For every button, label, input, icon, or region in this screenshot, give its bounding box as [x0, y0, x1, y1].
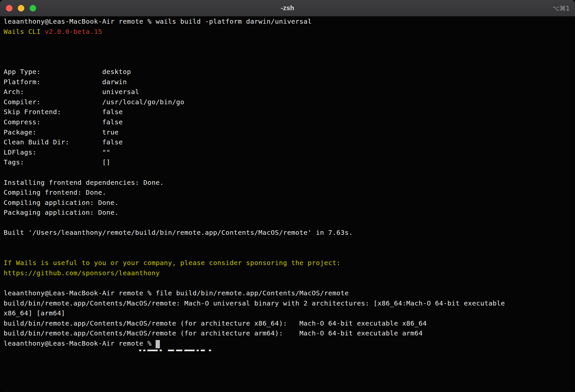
terminal-text-segment: leaanthony@Leas-MacBook-Air remote % wai…: [4, 17, 312, 25]
terminal-text-segment: Compiler: /usr/local/go/bin/go: [4, 98, 185, 106]
terminal-line: Package: true: [4, 127, 575, 137]
terminal-line: Built '/Users/leaanthony/remote/build/bi…: [4, 228, 575, 238]
terminal-window: -zsh ⌥⌘1 leaanthony@Leas-MacBook-Air rem…: [0, 0, 575, 392]
terminal-line: [4, 278, 575, 288]
terminal-text-segment: https://github.com/sponsors/leaanthony: [4, 269, 160, 277]
terminal-text-segment: Package: true: [4, 128, 119, 136]
terminal-text-segment: Platform: darwin: [4, 78, 127, 86]
terminal-text-segment: ▘▘▀▀▘▘ ▀▘▀▘▀▀▘▘▀ ▘: [4, 350, 213, 351]
terminal-text-segment: Tags: []: [4, 158, 111, 166]
terminal-text-segment: Compress: false: [4, 118, 123, 126]
zoom-button[interactable]: [30, 5, 36, 12]
terminal-line: Compiling frontend: Done.: [4, 187, 575, 198]
terminal-line: [4, 37, 575, 47]
titlebar[interactable]: -zsh ⌥⌘1: [0, 0, 575, 16]
terminal-line: leaanthony@Leas-MacBook-Air remote % wai…: [4, 16, 575, 27]
terminal-line: If Wails is useful to you or your compan…: [4, 258, 575, 268]
close-button[interactable]: [6, 5, 12, 12]
terminal-line: [4, 167, 575, 178]
terminal-text-segment: v2.0.0-beta.15: [45, 28, 102, 36]
terminal-cursor: [156, 340, 160, 348]
terminal-text-segment: Compiling application: Done.: [4, 199, 119, 207]
terminal-line: [4, 248, 575, 258]
terminal-line: [4, 57, 575, 67]
terminal-line: Platform: darwin: [4, 77, 575, 87]
terminal-line: LDFlags: "": [4, 147, 575, 158]
terminal-line: leaanthony@Leas-MacBook-Air remote %: [4, 338, 575, 349]
terminal-line: [4, 238, 575, 248]
terminal-line: [4, 218, 575, 228]
terminal-line: https://github.com/sponsors/leaanthony: [4, 268, 575, 278]
terminal-text-segment: Packaging application: Done.: [4, 208, 119, 216]
terminal-text-segment: Installing frontend dependencies: Done.: [4, 179, 164, 186]
terminal-line: Compiling application: Done.: [4, 198, 575, 208]
terminal-line: Packaging application: Done.: [4, 208, 575, 218]
terminal-line: App Type: desktop: [4, 67, 575, 77]
terminal-line: Wails CLI v2.0.0-beta.15: [4, 27, 575, 37]
terminal-text-segment: Arch: universal: [4, 88, 139, 96]
terminal-line: Compress: false: [4, 117, 575, 127]
window-title: -zsh: [281, 4, 294, 12]
terminal-text-segment: Built '/Users/leaanthony/remote/build/bi…: [4, 229, 353, 236]
clipped-line-artifact: ▘▘▀▀▘▘ ▀▘▀▘▀▀▘▘▀ ▘: [4, 349, 575, 351]
terminal-text-segment: leaanthony@Leas-MacBook-Air remote %: [4, 339, 156, 347]
terminal-line: [4, 47, 575, 57]
terminal-line: x86_64] [arm64]: [4, 308, 575, 318]
terminal-line: build/bin/remote.app/Contents/MacOS/remo…: [4, 298, 575, 308]
terminal-text-segment: Clean Build Dir: false: [4, 138, 123, 146]
terminal-text-segment: build/bin/remote.app/Contents/MacOS/remo…: [4, 329, 423, 337]
terminal-text-segment: If Wails is useful to you or your compan…: [4, 259, 340, 267]
traffic-lights: [6, 5, 36, 12]
minimize-button[interactable]: [18, 5, 24, 12]
terminal-line: Compiler: /usr/local/go/bin/go: [4, 97, 575, 107]
terminal-line: Installing frontend dependencies: Done.: [4, 178, 575, 188]
terminal-text-segment: Wails CLI: [4, 28, 45, 36]
terminal-line: build/bin/remote.app/Contents/MacOS/remo…: [4, 318, 575, 329]
terminal-text-segment: Compiling frontend: Done.: [4, 188, 106, 196]
terminal-text-segment: App Type: desktop: [4, 68, 131, 76]
terminal-text-segment: build/bin/remote.app/Contents/MacOS/remo…: [4, 319, 427, 327]
window-shortcut-badge: ⌥⌘1: [552, 5, 570, 12]
terminal-text-segment: LDFlags: "": [4, 148, 111, 156]
terminal-text-segment: x86_64] [arm64]: [4, 309, 65, 317]
terminal-text-segment: leaanthony@Leas-MacBook-Air remote % fil…: [4, 289, 349, 297]
terminal-line: leaanthony@Leas-MacBook-Air remote % fil…: [4, 288, 575, 298]
terminal-line: build/bin/remote.app/Contents/MacOS/remo…: [4, 328, 575, 338]
terminal-line: Clean Build Dir: false: [4, 137, 575, 147]
terminal-line: Tags: []: [4, 157, 575, 167]
terminal-line: Arch: universal: [4, 87, 575, 97]
terminal-text-segment: Skip Frontend: false: [4, 108, 123, 116]
terminal-text-segment: build/bin/remote.app/Contents/MacOS/remo…: [4, 299, 505, 307]
terminal-line: Skip Frontend: false: [4, 107, 575, 117]
terminal-screen[interactable]: leaanthony@Leas-MacBook-Air remote % wai…: [0, 16, 575, 392]
